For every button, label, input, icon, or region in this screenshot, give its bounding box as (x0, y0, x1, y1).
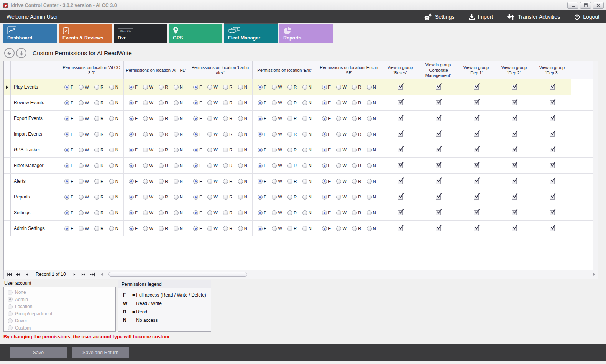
radio-f-selected[interactable] (258, 226, 263, 231)
radio-n[interactable] (302, 163, 307, 168)
settings-button[interactable]: Settings (424, 13, 455, 21)
radio-f-selected[interactable] (193, 179, 198, 184)
radio-w[interactable] (272, 163, 277, 168)
radio-w[interactable] (79, 85, 84, 90)
view-checkbox[interactable] (398, 226, 403, 231)
radio-n[interactable] (367, 132, 372, 137)
radio-option-n[interactable]: N (367, 132, 376, 137)
user-account-option-custom[interactable]: Custom (8, 325, 115, 331)
radio-r[interactable] (352, 148, 357, 152)
radio-option-w[interactable]: W (143, 85, 153, 90)
radio-w[interactable] (79, 179, 84, 184)
radio-w[interactable] (79, 226, 84, 231)
radio-option-n[interactable]: N (302, 210, 312, 215)
radio-w[interactable] (207, 148, 212, 152)
radio-f-selected[interactable] (193, 226, 198, 231)
radio-option-n[interactable]: N (367, 163, 376, 168)
view-checkbox[interactable] (398, 100, 403, 105)
next-page-button[interactable] (80, 272, 87, 277)
radio-option-r[interactable]: R (159, 132, 168, 137)
radio-option-w[interactable]: W (79, 85, 89, 90)
radio-n[interactable] (174, 195, 179, 200)
radio-option-f[interactable]: F (258, 226, 266, 231)
table-row[interactable]: GPS TrackerFWRNFWRNFWRNFWRNFWRN (4, 142, 593, 158)
radio-option-r[interactable]: R (223, 179, 232, 184)
radio-w[interactable] (143, 163, 148, 168)
radio-f-selected[interactable] (64, 85, 69, 90)
radio-option-r[interactable]: R (223, 148, 232, 152)
radio-option-n[interactable]: N (302, 195, 312, 200)
view-checkbox[interactable] (550, 195, 555, 200)
radio-n[interactable] (174, 226, 179, 231)
radio-w[interactable] (79, 132, 84, 137)
radio-r[interactable] (94, 195, 99, 200)
radio-n[interactable] (174, 163, 179, 168)
radio-r[interactable] (159, 179, 164, 184)
radio-option-f[interactable]: F (193, 132, 202, 137)
radio-r[interactable] (94, 179, 99, 184)
import-button[interactable]: Import (468, 13, 493, 20)
radio-r[interactable] (94, 226, 99, 231)
first-record-button[interactable] (6, 272, 12, 277)
radio-f-selected[interactable] (129, 132, 134, 137)
radio-option-f[interactable]: F (64, 85, 73, 90)
radio-option-r[interactable]: R (352, 85, 361, 90)
radio-f-selected[interactable] (64, 210, 69, 215)
radio-r[interactable] (223, 179, 228, 184)
radio-r[interactable] (159, 85, 164, 90)
radio-option-r[interactable]: R (223, 100, 232, 105)
radio-option-r[interactable]: R (94, 163, 103, 168)
radio-option-f[interactable]: F (64, 163, 73, 168)
radio-r[interactable] (94, 210, 99, 215)
radio-option-w[interactable]: W (143, 226, 153, 231)
view-checkbox[interactable] (398, 195, 403, 200)
view-checkbox[interactable] (436, 100, 441, 105)
radio-w[interactable] (272, 148, 277, 152)
radio-f-selected[interactable] (322, 85, 327, 90)
radio-option-n[interactable]: N (367, 226, 376, 231)
column-header[interactable]: Permissions on location 'Al - FL' (124, 61, 188, 79)
radio-f-selected[interactable] (258, 116, 263, 121)
radio-option-n[interactable]: N (238, 210, 247, 215)
radio-option-w[interactable]: W (336, 210, 346, 215)
radio-f-selected[interactable] (129, 85, 134, 90)
radio-option-n[interactable]: N (367, 85, 376, 90)
radio-option-w[interactable]: W (336, 163, 346, 168)
radio-option-w[interactable]: W (336, 195, 346, 200)
radio-option-f[interactable]: F (193, 210, 202, 215)
radio-r[interactable] (94, 132, 99, 137)
radio-n[interactable] (238, 100, 243, 105)
radio-r[interactable] (352, 210, 357, 215)
radio-option-f[interactable]: F (193, 163, 202, 168)
scrollbar-thumb[interactable] (108, 272, 247, 277)
scroll-left-icon[interactable] (100, 272, 103, 276)
radio-w[interactable] (207, 195, 212, 200)
table-row[interactable]: ReportsFWRNFWRNFWRNFWRNFWRN (4, 189, 593, 205)
radio-w[interactable] (143, 179, 148, 184)
view-checkbox[interactable] (512, 226, 517, 231)
radio-n[interactable] (367, 85, 372, 90)
radio-option-w[interactable]: W (207, 226, 217, 231)
radio-option-n[interactable]: N (367, 148, 376, 152)
radio-option-r[interactable]: R (287, 179, 297, 184)
radio-option-w[interactable]: W (272, 116, 282, 121)
radio-r[interactable] (223, 148, 228, 152)
radio-f-selected[interactable] (258, 195, 263, 200)
column-header[interactable]: View in group 'Buses' (381, 61, 419, 79)
column-header[interactable]: Permissions on location 'barbu alex' (188, 61, 253, 79)
radio-f-selected[interactable] (193, 132, 198, 137)
user-account-option-group-department[interactable]: Group/department (8, 311, 115, 316)
radio-w[interactable] (272, 210, 277, 215)
radio-w[interactable] (143, 100, 148, 105)
radio-option-w[interactable]: W (207, 116, 217, 121)
view-checkbox[interactable] (436, 116, 441, 121)
view-checkbox[interactable] (512, 195, 517, 200)
view-checkbox[interactable] (436, 179, 441, 184)
radio-option-r[interactable]: R (159, 116, 168, 121)
prev-page-button[interactable] (15, 272, 21, 277)
radio-option-r[interactable]: R (223, 195, 232, 200)
radio-option-w[interactable]: W (272, 148, 282, 152)
radio-option-n[interactable]: N (109, 210, 118, 215)
view-checkbox[interactable] (398, 163, 403, 168)
view-checkbox[interactable] (512, 100, 517, 105)
